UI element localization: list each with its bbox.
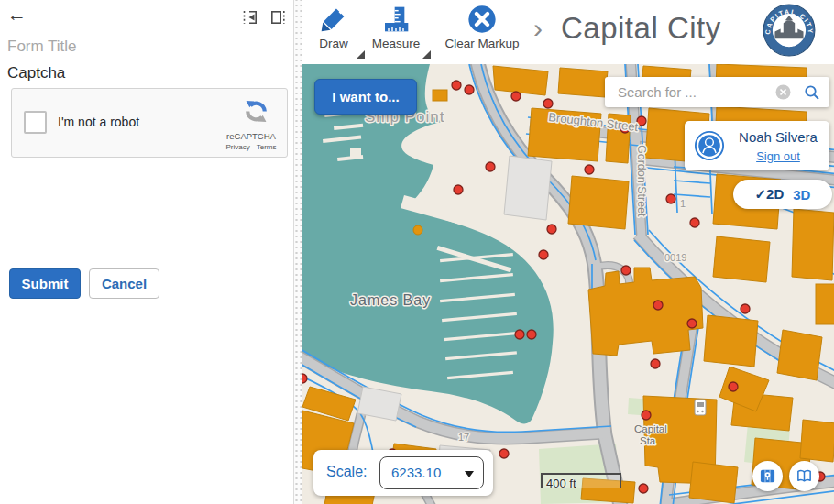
scale-bar: 400 ft — [541, 473, 621, 488]
scale-select[interactable]: 6233.10 — [379, 456, 484, 489]
draw-tool-button[interactable]: Draw — [308, 2, 359, 62]
recaptcha-brand: reCAPTCHA — [223, 131, 280, 141]
search-bar — [605, 77, 829, 107]
recaptcha-label: I'm not a robot — [58, 115, 139, 129]
i-want-to-button[interactable]: I want to... — [314, 79, 417, 115]
scale-value: 6233.10 — [391, 465, 441, 480]
scale-panel: Scale: 6233.10 — [313, 450, 493, 496]
user-name: Noah Silvera — [732, 129, 824, 145]
label-james-bay: James Bay — [350, 292, 431, 308]
caret-down-icon — [465, 471, 474, 477]
scale-label: Scale: — [326, 464, 367, 480]
form-panel: ← Form Title Captcha I'm not a robot — [0, 0, 293, 504]
panel-splitter[interactable] — [293, 0, 302, 504]
open-book-icon — [796, 467, 813, 485]
submit-button[interactable]: Submit — [9, 268, 81, 299]
search-input[interactable] — [616, 83, 775, 101]
capital-city-logo: CAPITAL CITY 1862 — [763, 4, 816, 57]
mode-3d-button[interactable]: 3D — [793, 187, 810, 203]
bus-stop-icon — [695, 400, 706, 415]
recaptcha-widget: I'm not a robot reCAPTCHA Privacy - Term… — [11, 88, 288, 158]
user-avatar-icon — [694, 130, 725, 161]
search-clear-icon[interactable] — [775, 84, 791, 100]
search-icon[interactable] — [804, 84, 820, 101]
back-arrow-icon[interactable]: ← — [7, 4, 27, 26]
clear-markup-label: Clear Markup — [444, 37, 519, 50]
clear-markup-button[interactable]: Clear Markup — [440, 2, 524, 62]
dock-panel-left-icon[interactable] — [242, 9, 258, 26]
dropdown-corner-icon — [422, 50, 431, 59]
map-toolbar: Draw Measure Clea — [302, 0, 834, 64]
draw-tool-label: Draw — [319, 37, 348, 50]
dropdown-corner-icon — [357, 50, 365, 59]
recaptcha-logo-icon — [244, 99, 269, 124]
recaptcha-privacy-terms[interactable]: Privacy - Terms — [223, 143, 280, 151]
view-mode-toggle: ✓2D 3D — [733, 180, 832, 209]
user-panel: Noah Silvera Sign out — [685, 121, 829, 170]
cancel-button[interactable]: Cancel — [89, 268, 159, 299]
captcha-section-title: Captcha — [7, 64, 65, 82]
label-lot-1: 1 — [680, 198, 686, 209]
app-window: ← Form Title Captcha I'm not a robot — [0, 0, 834, 504]
label-capital-sta-2: Sta — [640, 435, 656, 446]
mode-2d-button[interactable]: ✓2D — [755, 186, 785, 203]
measure-tool-label: Measure — [372, 37, 421, 50]
label-road-17: 17 — [458, 432, 469, 443]
sign-out-link[interactable]: Sign out — [732, 149, 824, 163]
basemap-button[interactable] — [752, 461, 783, 491]
map-pin-icon — [759, 467, 776, 485]
breadcrumb-chevron-icon: › — [533, 13, 543, 44]
ruler-icon — [381, 5, 411, 34]
clear-x-icon — [467, 5, 497, 34]
app-title: Capital City — [561, 11, 721, 46]
recaptcha-checkbox[interactable] — [24, 111, 47, 134]
label-capital-sta-1: Capital — [634, 423, 667, 434]
map-viewport[interactable]: Ship Point James Bay Broughton Street Go… — [302, 64, 834, 504]
label-gordon-street: Gordon Street — [635, 145, 648, 217]
form-title: Form Title — [7, 38, 77, 56]
dock-panel-right-icon[interactable] — [269, 9, 286, 26]
scale-bar-label: 400 ft — [546, 477, 576, 490]
check-icon: ✓ — [755, 186, 767, 202]
measure-tool-button[interactable]: Measure — [367, 2, 425, 62]
bookmarks-button[interactable] — [789, 461, 819, 491]
label-parcel-0019: 0019 — [664, 252, 686, 263]
pencil-icon — [319, 5, 348, 34]
